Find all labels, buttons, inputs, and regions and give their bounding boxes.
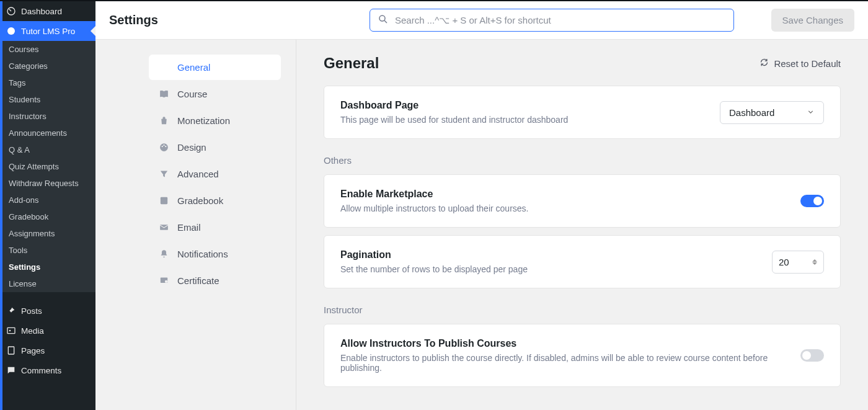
sidebar-item-tags[interactable]: Tags [0,74,95,91]
step-down-icon[interactable] [812,262,817,265]
svg-point-10 [163,145,164,146]
sidebar-item-label: Media [21,326,44,336]
tab-label: Certificate [177,275,219,286]
search-input[interactable] [395,15,726,25]
gauge-icon [6,6,16,16]
comment-icon [6,365,16,375]
tab-label: Notifications [177,249,228,259]
sidebar-submenu: Courses Categories Tags Students Instruc… [0,41,95,292]
svg-point-15 [165,280,167,283]
card-desc: Allow multiple instructors to upload the… [340,203,788,213]
sidebar-posts[interactable]: Posts [0,301,95,321]
sidebar-item-gradebook[interactable]: Gradebook [0,208,95,225]
card-desc: Enable instructors to publish the course… [340,353,788,373]
admin-sidebar: Dashboard Tutor LMS Pro Courses Categori… [0,1,95,410]
sidebar-item-addons[interactable]: Add-ons [0,192,95,208]
sidebar-dashboard[interactable]: Dashboard [0,1,95,21]
reset-button[interactable]: Reset to Default [760,58,841,69]
svg-point-9 [162,146,163,147]
sidebar-item-license[interactable]: License [0,275,95,292]
sidebar-item-tools[interactable]: Tools [0,242,95,259]
page-icon [6,345,16,355]
tab-label: General [177,62,210,73]
svg-rect-4 [8,347,14,354]
pagination-input[interactable]: 20 [772,251,824,274]
tab-general[interactable]: General [149,55,281,80]
tab-certificate[interactable]: Certificate [149,268,281,293]
tab-advanced[interactable]: Advanced [149,161,281,187]
settings-panel: General Reset to Default Dashboard Page … [296,40,868,410]
tab-monetization[interactable]: Monetization [149,108,281,133]
svg-point-5 [379,16,385,21]
search-input-wrap[interactable] [370,9,734,32]
sidebar-item-students[interactable]: Students [0,91,95,108]
sidebar-media[interactable]: Media [0,321,95,341]
tab-notifications[interactable]: Notifications [149,241,281,267]
sidebar-item-label: Comments [21,366,61,375]
sidebar-item-instructors[interactable]: Instructors [0,108,95,125]
section-others: Others [324,155,841,166]
card-pagination: Pagination Set the number of rows to be … [324,235,841,288]
svg-rect-2 [7,328,15,333]
sidebar-item-label: Tutor LMS Pro [21,27,75,36]
svg-rect-13 [160,225,168,230]
sidebar-item-courses[interactable]: Courses [0,41,95,58]
tab-label: Monetization [177,115,230,126]
tutor-icon [6,26,16,36]
pin-icon [6,306,16,316]
svg-rect-12 [161,197,167,204]
page-header: Settings Save Changes [95,1,868,40]
certificate-icon [159,275,169,286]
card-title: Enable Marketplace [340,189,788,200]
number-stepper[interactable] [812,259,817,265]
tab-course[interactable]: Course [149,81,281,107]
svg-point-7 [160,63,168,71]
card-desc: This page will be used for student and i… [340,115,707,125]
sidebar-item-withdraw[interactable]: Withdraw Requests [0,175,95,192]
sidebar-item-assignments[interactable]: Assignments [0,225,95,242]
marketplace-toggle[interactable] [800,195,824,207]
page-title: Settings [109,13,357,27]
tab-label: Gradebook [177,195,223,206]
dashboard-page-select[interactable]: Dashboard [720,101,824,124]
card-desc: Set the number of rows to be displayed p… [340,264,760,274]
card-enable-marketplace: Enable Marketplace Allow multiple instru… [324,174,841,228]
tab-design[interactable]: Design [149,135,281,160]
step-up-icon[interactable] [812,259,817,262]
card-title: Pagination [340,249,760,261]
refresh-icon [760,58,769,69]
sidebar-tutor-lms[interactable]: Tutor LMS Pro [0,21,95,41]
settings-tabs: General Course Monetization Design Advan… [95,40,296,410]
tab-email[interactable]: Email [149,215,281,240]
sidebar-item-categories[interactable]: Categories [0,58,95,74]
sidebar-item-qa[interactable]: Q & A [0,141,95,158]
sidebar-item-quiz-attempts[interactable]: Quiz Attempts [0,158,95,175]
tab-gradebook[interactable]: Gradebook [149,188,281,213]
chevron-down-icon [807,107,815,118]
sidebar-item-settings[interactable]: Settings [0,259,95,275]
filter-icon [159,169,169,179]
search-icon [378,14,389,27]
card-title: Dashboard Page [340,100,707,111]
publish-toggle[interactable] [800,349,824,362]
section-instructor: Instructor [324,305,841,315]
svg-line-6 [384,20,387,23]
mail-icon [159,222,169,233]
sidebar-item-announcements[interactable]: Announcements [0,125,95,141]
svg-point-1 [7,27,15,35]
sidebar-item-label: Posts [21,306,42,316]
sidebar-comments[interactable]: Comments [0,360,95,380]
media-icon [6,326,16,336]
save-button[interactable]: Save Changes [771,9,854,32]
card-allow-publish: Allow Instructors To Publish Courses Ena… [324,324,841,387]
card-dashboard-page: Dashboard Page This page will be used fo… [324,86,841,139]
pagination-value: 20 [779,257,789,267]
svg-point-11 [165,146,166,147]
bag-icon [159,115,169,126]
tab-label: Advanced [177,169,219,179]
palette-icon [159,142,169,153]
sidebar-item-label: Dashboard [21,7,62,16]
grade-icon [159,195,169,206]
sidebar-item-label: Pages [21,346,45,355]
sidebar-pages[interactable]: Pages [0,341,95,360]
